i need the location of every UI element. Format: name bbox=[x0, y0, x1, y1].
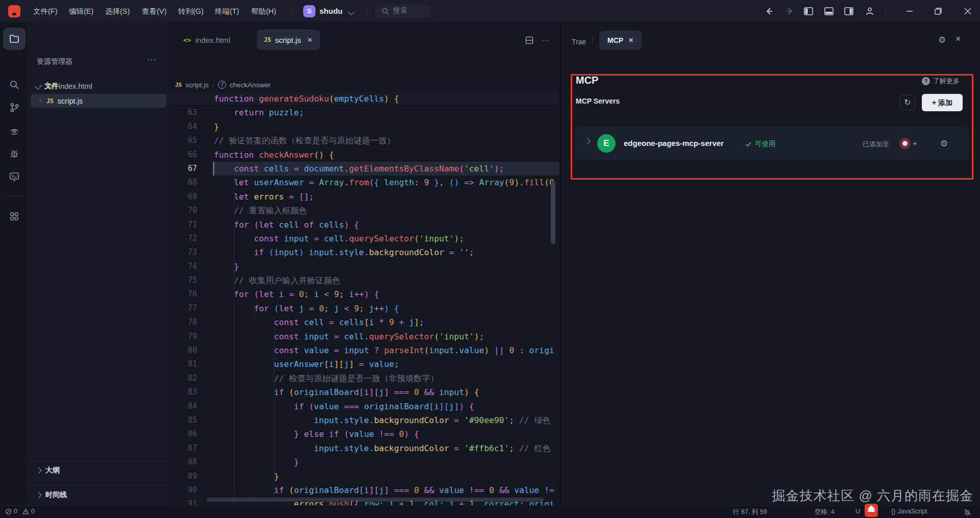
code-line[interactable]: 79 const input = cell.querySelector('inp… bbox=[169, 330, 559, 343]
terminal-icon[interactable] bbox=[3, 165, 26, 188]
menu-file[interactable]: 文件(F) bbox=[28, 0, 63, 22]
more-actions-icon[interactable]: ··· bbox=[542, 36, 549, 45]
code-line[interactable]: 89 } bbox=[169, 470, 559, 483]
function-symbol-icon: f bbox=[218, 81, 226, 89]
server-settings-gear-icon[interactable]: ⚙ bbox=[940, 138, 948, 149]
code-line[interactable]: 76 for (let i = 0; i < 9; i++) { bbox=[169, 287, 559, 301]
menu-edit[interactable]: 编辑(E) bbox=[64, 0, 99, 22]
breadcrumb-symbol[interactable]: checkAnswer bbox=[230, 81, 271, 89]
breadcrumb-file[interactable]: script.js bbox=[185, 81, 209, 89]
toggle-bottom-panel-icon[interactable] bbox=[824, 6, 834, 16]
account-icon[interactable] bbox=[865, 6, 875, 16]
add-to-agent-icon[interactable]: + bbox=[913, 139, 917, 147]
code-line[interactable]: 82 // 检查与原始谜题是否一致（非预填数字） bbox=[169, 372, 559, 385]
nav-back-icon[interactable] bbox=[764, 6, 774, 16]
horizontal-scrollbar[interactable] bbox=[207, 498, 544, 502]
menu-goto[interactable]: 转到(G) bbox=[173, 0, 209, 22]
encoding-setting[interactable]: U bbox=[855, 508, 860, 515]
tab-mcp[interactable]: MCP ✕ bbox=[599, 31, 642, 50]
code-line-content: } bbox=[214, 260, 239, 274]
vertical-scrollbar[interactable] bbox=[551, 181, 555, 244]
restore-button[interactable] bbox=[933, 6, 943, 16]
code-line[interactable]: 78 const cell = cells[i * 9 + j]; bbox=[169, 315, 559, 329]
code-line[interactable]: 77 for (let j = 0; j < 9; j++) { bbox=[169, 302, 559, 315]
code-line[interactable]: 74 } bbox=[169, 260, 559, 274]
search-icon[interactable] bbox=[3, 73, 26, 96]
timeline-section-header[interactable]: 时间线 bbox=[29, 485, 168, 504]
toggle-right-panel-icon[interactable] bbox=[844, 6, 854, 16]
extensions-grid-icon[interactable] bbox=[3, 205, 26, 228]
close-tab-icon[interactable]: ✕ bbox=[307, 36, 313, 44]
code-line[interactable]: 65// 验证答案的函数（检查是否与原始谜题一致） bbox=[169, 134, 559, 147]
language-mode[interactable]: {} JavaScript bbox=[891, 508, 927, 515]
code-line[interactable]: 72 const input = cell.querySelector('inp… bbox=[169, 232, 559, 245]
code-line[interactable]: 67 const cells = document.getElementsByC… bbox=[169, 162, 559, 176]
problems-indicator[interactable]: 0 0 bbox=[5, 508, 35, 515]
code-token: [ bbox=[374, 485, 379, 495]
chevron-right-icon[interactable] bbox=[584, 138, 591, 144]
code-line[interactable]: 69 let errors = []; bbox=[169, 190, 559, 204]
menu-view[interactable]: 查看(V) bbox=[137, 0, 172, 22]
menu-terminal[interactable]: 终端(T) bbox=[210, 0, 244, 22]
close-window-button[interactable] bbox=[963, 6, 973, 16]
minimize-button[interactable] bbox=[904, 6, 915, 16]
code-line[interactable]: 64} bbox=[169, 120, 559, 134]
code-line[interactable]: 86 } else if (value !== 0) { bbox=[169, 427, 559, 441]
settings-gear-icon[interactable]: ⚙ bbox=[938, 35, 946, 45]
file-item-script-js[interactable]: JS script.js bbox=[31, 94, 166, 108]
chevron-down-icon[interactable] bbox=[348, 9, 355, 15]
code-line[interactable]: 73 if (input) input.style.backgroundColo… bbox=[169, 245, 559, 259]
toggle-left-panel-icon[interactable] bbox=[803, 6, 814, 16]
code-token: } bbox=[434, 178, 439, 187]
code-token: . bbox=[364, 248, 369, 257]
code-token: value bbox=[514, 485, 539, 495]
split-editor-icon[interactable] bbox=[525, 36, 534, 45]
close-panel-icon[interactable]: ✕ bbox=[955, 35, 961, 45]
code-line[interactable]: 88 } bbox=[169, 455, 559, 469]
cursor-position[interactable]: 行 67, 列 59 bbox=[733, 508, 767, 516]
explorer-icon[interactable] bbox=[3, 28, 26, 50]
code-line[interactable]: 83 if (originalBoard[i][j] === 0 && inpu… bbox=[169, 385, 559, 399]
code-line[interactable]: 71 for (let cell of cells) { bbox=[169, 218, 559, 232]
breadcrumb[interactable]: JS script.js / f checkAnswer bbox=[175, 78, 271, 92]
debug-icon[interactable] bbox=[3, 142, 26, 165]
remote-explorer-icon[interactable] bbox=[3, 119, 26, 142]
project-avatar[interactable]: S bbox=[303, 5, 315, 17]
code-line[interactable]: 70 // 重置输入框颜色 bbox=[169, 204, 559, 217]
code-token: ( bbox=[424, 346, 429, 355]
add-server-button[interactable]: + 添加 bbox=[922, 94, 963, 111]
tab-index-html[interactable]: <> index.html bbox=[176, 30, 237, 50]
app-logo-icon[interactable] bbox=[8, 5, 20, 17]
project-name[interactable]: shudu bbox=[320, 6, 342, 16]
code-line[interactable]: 66function checkAnswer() { bbox=[169, 148, 559, 162]
learn-more-link[interactable]: ? 了解更多 bbox=[922, 77, 960, 86]
more-actions-icon[interactable]: ··· bbox=[147, 55, 157, 64]
code-line[interactable]: 85 input.style.backgroundColor = '#90ee9… bbox=[169, 413, 559, 427]
code-line[interactable]: 63 return puzzle; bbox=[169, 106, 559, 119]
outline-section-header[interactable]: 大纲 bbox=[29, 460, 168, 480]
code-line[interactable]: 68 let userAnswer = Array.from({ length:… bbox=[169, 176, 559, 189]
tab-script-js[interactable]: JS script.js ✕ bbox=[257, 30, 320, 50]
agent-avatar[interactable] bbox=[899, 138, 911, 149]
file-item-index-html[interactable]: <> index.html bbox=[31, 79, 166, 93]
mcp-server-card[interactable]: E edgeone-pages-mcp-server 可使用 已添加至 + ⚙ bbox=[575, 127, 969, 160]
notifications-muted-icon[interactable] bbox=[964, 508, 971, 516]
refresh-button[interactable]: ↻ bbox=[900, 95, 915, 110]
code-viewport[interactable]: function generateSudoku(emptyCells) { 63… bbox=[169, 92, 559, 505]
code-line[interactable]: 75 // 收集用户输入并验证颜色 bbox=[169, 274, 559, 287]
code-line[interactable]: 84 if (value === originalBoard[i][j]) { bbox=[169, 400, 559, 413]
nav-forward-icon[interactable] bbox=[785, 6, 795, 16]
close-tab-icon[interactable]: ✕ bbox=[628, 37, 633, 44]
code-line[interactable]: 90 if (originalBoard[i][j] === 0 && valu… bbox=[169, 483, 559, 497]
menu-selection[interactable]: 选择(S) bbox=[100, 0, 135, 22]
code-line[interactable]: 87 input.style.backgroundColor = '#ffb6c… bbox=[169, 441, 559, 455]
tab-trae[interactable]: Trae bbox=[572, 38, 586, 46]
source-control-icon[interactable] bbox=[3, 96, 26, 119]
indentation-setting[interactable]: 空格: 4 bbox=[815, 508, 835, 516]
menu-help[interactable]: 帮助(H) bbox=[246, 0, 281, 22]
code-token: const bbox=[274, 332, 299, 341]
line-number: 73 bbox=[169, 245, 197, 259]
code-line[interactable]: 81 userAnswer[i][j] = value; bbox=[169, 357, 559, 371]
code-line[interactable]: 80 const value = input ? parseInt(input.… bbox=[169, 343, 559, 357]
code-token bbox=[214, 262, 234, 272]
